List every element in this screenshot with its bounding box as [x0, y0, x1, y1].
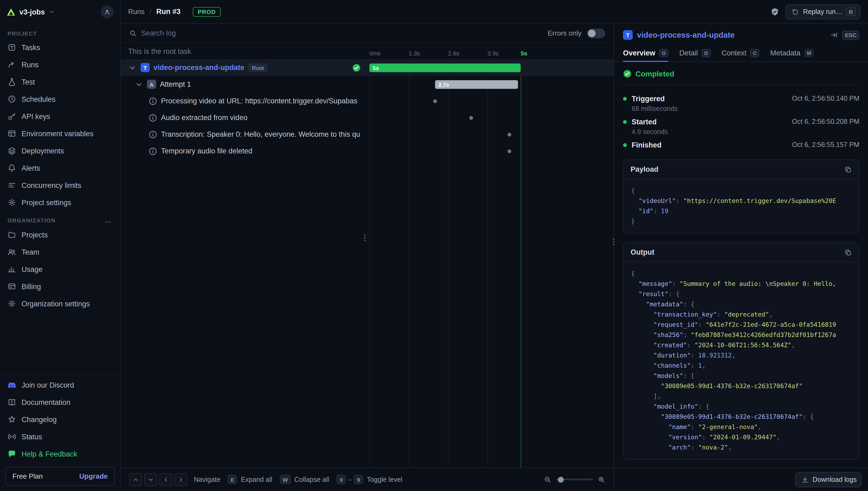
sidebar-item-project-settings[interactable]: Project settings	[0, 194, 120, 211]
zoom-out-icon[interactable]	[544, 475, 551, 483]
code-line: "models": [	[631, 371, 851, 381]
sidebar-item-join-our-discord[interactable]: Join our Discord	[0, 376, 120, 394]
expand-all-control[interactable]: E Expand all	[228, 475, 280, 484]
navigate-up-button[interactable]	[129, 473, 142, 486]
env-badge: PROD	[193, 7, 221, 17]
org-menu-button[interactable]: …	[105, 216, 113, 224]
sidebar-item-organization-settings[interactable]: Organization settings	[0, 295, 120, 312]
sidebar-item-concurrency-limits[interactable]: Concurrency limits	[0, 177, 120, 194]
sidebar-item-projects[interactable]: Projects	[0, 226, 120, 243]
duration-bar[interactable]: 2.7s	[435, 80, 518, 89]
tab-overview[interactable]: OverviewO	[623, 44, 668, 61]
duration-bar-label: 2.7s	[435, 81, 453, 87]
sidebar-item-documentation[interactable]: Documentation	[0, 394, 120, 411]
log-row-processing-video-at-url-https-content-trigger-dev-supabas[interactable]: Processing video at URL: https://content…	[121, 93, 614, 109]
tab-metadata[interactable]: MetadataM	[770, 44, 814, 61]
toggle-level-label: Toggle level	[367, 475, 402, 483]
zoom-in-icon[interactable]	[598, 475, 605, 483]
topbar: Runs / Run #3 PROD Replay run… R	[121, 0, 868, 24]
code-line: "name": "2-general-nova",	[631, 422, 851, 432]
sidebar-item-schedules[interactable]: Schedules	[0, 90, 120, 108]
code-line: "sha256": "feb87887ee3412c4266edfd37b2df…	[631, 330, 851, 340]
sidebar-item-deployments[interactable]: Deployments	[0, 142, 120, 160]
sidebar: v3-jobs PROJECTTasksRunsTestSchedulesAPI…	[0, 0, 121, 491]
code-line: "request_id": "641e7f2c-21ed-4672-a5ca-0…	[631, 320, 851, 330]
completed-check-icon	[623, 69, 632, 78]
breadcrumb-runs[interactable]: Runs	[128, 7, 145, 16]
user-avatar[interactable]	[101, 5, 114, 18]
tab-context[interactable]: ContextC	[722, 44, 759, 61]
sidebar-item-status[interactable]: Status	[0, 428, 120, 445]
org-switcher[interactable]: v3-jobs	[19, 8, 45, 16]
tasks-icon	[7, 43, 16, 52]
sidebar-item-billing[interactable]: Billing	[0, 278, 120, 295]
changelog-icon	[7, 415, 16, 424]
sidebar-item-usage[interactable]: Usage	[0, 261, 120, 278]
code-line: {	[631, 269, 851, 279]
billing-icon	[7, 282, 16, 291]
sidebar-item-runs[interactable]: Runs	[0, 56, 120, 73]
payload-card: Payload { "videoUrl": "https://content.t…	[623, 160, 859, 234]
sidebar-item-alerts[interactable]: Alerts	[0, 160, 120, 177]
expand-all-kbd: E	[228, 475, 237, 484]
collapse-all-control[interactable]: W Collapse all	[280, 475, 337, 484]
toggle-level-control[interactable]: 0 – 9 Toggle level	[337, 475, 410, 484]
copy-icon[interactable]	[844, 166, 852, 173]
log-row-attempt-1[interactable]: AAttempt 12.7s	[121, 76, 614, 93]
sidebar-item-environment-variables[interactable]: Environment variables	[0, 125, 120, 142]
esc-kbd[interactable]: ESC	[842, 30, 859, 39]
errors-only-toggle[interactable]	[587, 28, 605, 38]
chevron-left-icon	[163, 476, 169, 483]
search-log-input[interactable]	[141, 29, 543, 37]
time-tick: 2.6s	[448, 50, 459, 57]
collapse-panel-icon[interactable]	[831, 31, 838, 39]
column-resize-handle[interactable]	[364, 234, 366, 241]
duration-bar[interactable]: 5s	[369, 63, 521, 72]
api-keys-icon	[7, 112, 16, 121]
log-row-audio-extracted-from-video[interactable]: Audio extracted from video	[121, 109, 614, 126]
replay-icon	[792, 8, 799, 16]
panel-resize-handle[interactable]	[613, 239, 614, 246]
toggle-level-kbd-to: 9	[354, 475, 363, 484]
log-row-transcription-speaker-0-hello-everyone-welcome-to-this-qu[interactable]: Transcription: Speaker 0: Hello, everyon…	[121, 126, 614, 143]
replay-run-button[interactable]: Replay run… R	[786, 4, 861, 19]
status-row: Completed	[623, 69, 859, 78]
sidebar-item-label: Team	[22, 248, 39, 256]
code-line: "30089e05-99d1-4376-b32e-c263170674af": …	[631, 412, 851, 422]
root-badge: Root	[248, 63, 268, 72]
chevron-down-icon	[128, 63, 137, 72]
sidebar-item-help-feedback[interactable]: Help & Feedback	[0, 445, 120, 462]
code-line: "metadata": {	[631, 299, 851, 310]
zoom-slider[interactable]	[556, 479, 593, 480]
sidebar-item-test[interactable]: Test	[0, 73, 120, 90]
code-line: "30089e05-99d1-4376-b32e-c263170674af"	[631, 381, 851, 392]
run-inspector-panel: T video-process-and-update ESC OverviewO…	[614, 24, 868, 491]
download-logs-button[interactable]: Download logs	[795, 472, 862, 487]
log-row-label: Temporary audio file deleted	[161, 147, 252, 155]
copy-icon[interactable]	[844, 249, 852, 256]
inspector-body: Completed TriggeredOct 6, 2:56:50.140 PM…	[614, 62, 868, 467]
sidebar-item-team[interactable]: Team	[0, 243, 120, 261]
success-icon	[352, 63, 361, 72]
task-badge: T	[141, 63, 150, 72]
sidebar-item-changelog[interactable]: Changelog	[0, 411, 120, 428]
zoom-slider-knob[interactable]	[558, 476, 564, 482]
code-line: "created": "2024-10-06T21:56:54.564Z",	[631, 340, 851, 350]
collapse-all-kbd: W	[280, 475, 290, 484]
sidebar-item-label: Project settings	[22, 198, 71, 206]
upgrade-link[interactable]: Upgrade	[80, 472, 108, 480]
toggle-level-kbd-from: 0	[337, 475, 346, 484]
sidebar-item-label: Status	[22, 433, 42, 441]
shield-icon[interactable]	[771, 7, 779, 16]
log-row-temporary-audio-file-deleted[interactable]: Temporary audio file deleted	[121, 143, 614, 160]
tab-detail[interactable]: DetailD	[679, 44, 711, 61]
section-label-organization: ORGANIZATION…	[0, 211, 120, 226]
navigate-down-button[interactable]	[144, 473, 157, 486]
tab-kbd: D	[702, 49, 711, 57]
chevron-down-icon[interactable]	[49, 9, 55, 15]
navigate-left-button[interactable]	[160, 473, 172, 486]
log-row-video-process-and-update[interactable]: Tvideo-process-and-updateRoot5s	[121, 59, 614, 76]
navigate-right-button[interactable]	[174, 473, 187, 486]
sidebar-item-tasks[interactable]: Tasks	[0, 39, 120, 56]
sidebar-item-api-keys[interactable]: API keys	[0, 108, 120, 125]
